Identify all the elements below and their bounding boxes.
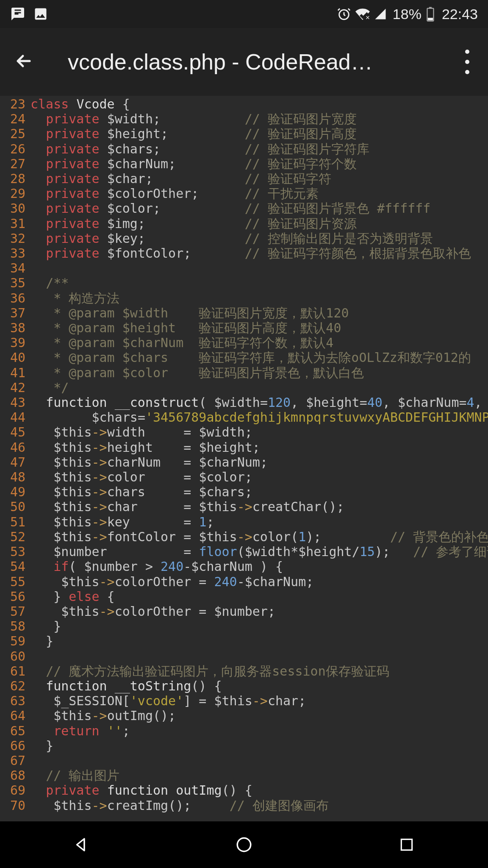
code-line[interactable]: 57 $this->colorOther = $number; <box>0 604 488 619</box>
line-content[interactable]: // 输出图片 <box>30 768 488 783</box>
code-line[interactable]: 37 * @param $width 验证码图片宽度，默认120 <box>0 306 488 320</box>
line-content[interactable]: // 魔术方法输出验证码图片，向服务器session保存验证码 <box>30 664 488 679</box>
code-line[interactable]: 42 */ <box>0 380 488 395</box>
line-content[interactable]: * @param $charNum 验证码字符个数，默认4 <box>30 335 488 350</box>
code-line[interactable]: 43 function __construct( $width=120, $he… <box>0 395 488 410</box>
code-line[interactable]: 49 $this->chars = $chars; <box>0 484 488 499</box>
code-line[interactable]: 56 } else { <box>0 589 488 604</box>
code-line[interactable]: 23class Vcode { <box>0 97 488 111</box>
line-content[interactable]: $this->colorOther = $number; <box>30 604 488 619</box>
code-line[interactable]: 39 * @param $charNum 验证码字符个数，默认4 <box>0 335 488 350</box>
line-content[interactable]: * @param $color 验证码图片背景色，默认白色 <box>30 365 488 380</box>
line-content[interactable]: $this->outImg(); <box>30 708 488 723</box>
code-line[interactable]: 28 private $char; // 验证码字符 <box>0 171 488 186</box>
line-content[interactable]: */ <box>30 380 488 395</box>
line-content[interactable]: private $chars; // 验证码图片字符库 <box>30 142 488 156</box>
code-line[interactable]: 26 private $chars; // 验证码图片字符库 <box>0 142 488 156</box>
line-content[interactable]: private $color; // 验证码图片背景色 #ffffff <box>30 201 488 216</box>
line-content[interactable]: $chars='3456789abcdefghijkmnpqrstuvwxyAB… <box>30 410 488 425</box>
line-content[interactable]: } <box>30 634 488 648</box>
code-line[interactable]: 34 <box>0 261 488 275</box>
line-content[interactable]: function __construct( $width=120, $heigh… <box>30 395 488 410</box>
more-menu-button[interactable] <box>457 46 478 78</box>
line-content[interactable]: private $fontColor; // 验证码字符颜色，根据背景色取补色 <box>30 246 488 261</box>
line-content[interactable]: $number = floor($width*$height/15); // 参… <box>30 544 488 559</box>
line-content[interactable]: $this->color = $color; <box>30 470 488 484</box>
code-line[interactable]: 66 } <box>0 738 488 753</box>
line-content[interactable]: } else { <box>30 589 488 604</box>
code-line[interactable]: 58 } <box>0 619 488 634</box>
code-line[interactable]: 70 $this->creatImg(); // 创建图像画布 <box>0 798 488 813</box>
code-line[interactable]: 69 private function outImg() { <box>0 783 488 798</box>
line-content[interactable]: function __toString() { <box>30 679 488 693</box>
code-line[interactable]: 30 private $color; // 验证码图片背景色 #ffffff <box>0 201 488 216</box>
code-line[interactable]: 40 * @param $chars 验证码字符库，默认为去除oOLlZz和数字… <box>0 350 488 365</box>
code-line[interactable]: 33 private $fontColor; // 验证码字符颜色，根据背景色取… <box>0 246 488 261</box>
code-line[interactable]: 60 <box>0 649 488 664</box>
nav-recent-button[interactable] <box>395 833 419 857</box>
code-line[interactable]: 44 $chars='3456789abcdefghijkmnpqrstuvwx… <box>0 410 488 425</box>
code-line[interactable]: 47 $this->charNum = $charNum; <box>0 455 488 470</box>
code-line[interactable]: 38 * @param $height 验证码图片高度，默认40 <box>0 320 488 335</box>
code-editor[interactable]: 23class Vcode {24 private $width; // 验证码… <box>0 96 488 813</box>
line-content[interactable]: $this->creatImg(); // 创建图像画布 <box>30 798 488 813</box>
line-content[interactable]: } <box>30 738 488 753</box>
line-content[interactable]: * @param $height 验证码图片高度，默认40 <box>30 320 488 335</box>
nav-home-button[interactable] <box>232 833 256 857</box>
code-line[interactable]: 36 * 构造方法 <box>0 291 488 306</box>
code-line[interactable]: 27 private $charNum; // 验证码字符个数 <box>0 156 488 171</box>
line-content[interactable]: private $width; // 验证码图片宽度 <box>30 111 488 126</box>
code-line[interactable]: 51 $this->key = 1; <box>0 515 488 529</box>
code-line[interactable]: 41 * @param $color 验证码图片背景色，默认白色 <box>0 365 488 380</box>
code-line[interactable]: 65 return ''; <box>0 723 488 738</box>
line-content[interactable]: private $char; // 验证码字符 <box>30 171 488 186</box>
code-line[interactable]: 54 if( $number > 240-$charNum ) { <box>0 559 488 574</box>
code-line[interactable]: 29 private $colorOther; // 干扰元素 <box>0 186 488 201</box>
nav-back-button[interactable] <box>69 833 93 857</box>
code-line[interactable]: 59 } <box>0 634 488 648</box>
line-content[interactable]: private $height; // 验证码图片高度 <box>30 126 488 141</box>
line-content[interactable]: /** <box>30 275 488 290</box>
code-line[interactable]: 45 $this->width = $width; <box>0 425 488 440</box>
line-content[interactable]: private $charNum; // 验证码字符个数 <box>30 156 488 171</box>
line-content[interactable]: private function outImg() { <box>30 783 488 798</box>
code-line[interactable]: 63 $_SESSION['vcode'] = $this->char; <box>0 693 488 708</box>
line-content[interactable]: * @param $chars 验证码字符库，默认为去除oOLlZz和数字012… <box>30 350 488 365</box>
code-line[interactable]: 68 // 输出图片 <box>0 768 488 783</box>
line-content[interactable]: class Vcode { <box>30 97 488 111</box>
code-line[interactable]: 32 private $key; // 控制输出图片是否为透明背景 <box>0 231 488 246</box>
code-line[interactable]: 46 $this->height = $height; <box>0 440 488 455</box>
code-line[interactable]: 48 $this->color = $color; <box>0 470 488 484</box>
line-content[interactable]: private $img; // 验证码图片资源 <box>30 216 488 231</box>
line-content[interactable]: * 构造方法 <box>30 291 488 306</box>
line-content[interactable]: private $colorOther; // 干扰元素 <box>30 186 488 201</box>
line-content[interactable]: $this->height = $height; <box>30 440 488 455</box>
line-content[interactable]: $this->width = $width; <box>30 425 488 440</box>
code-line[interactable]: 25 private $height; // 验证码图片高度 <box>0 126 488 141</box>
code-line[interactable]: 67 <box>0 753 488 768</box>
back-button[interactable] <box>10 47 37 76</box>
code-line[interactable]: 53 $number = floor($width*$height/15); /… <box>0 544 488 559</box>
line-number: 42 <box>0 380 30 395</box>
line-content[interactable]: $this->char = $this->creatChar(); <box>30 499 488 514</box>
line-content[interactable]: $this->colorOther = 240-$charNum; <box>30 574 488 589</box>
code-line[interactable]: 55 $this->colorOther = 240-$charNum; <box>0 574 488 589</box>
code-line[interactable]: 31 private $img; // 验证码图片资源 <box>0 216 488 231</box>
code-line[interactable]: 61 // 魔术方法输出验证码图片，向服务器session保存验证码 <box>0 664 488 679</box>
line-content[interactable]: $this->charNum = $charNum; <box>30 455 488 470</box>
code-line[interactable]: 64 $this->outImg(); <box>0 708 488 723</box>
line-content[interactable]: $this->fontColor = $this->color(1); // 背… <box>30 529 488 544</box>
line-content[interactable]: if( $number > 240-$charNum ) { <box>30 559 488 574</box>
line-content[interactable]: } <box>30 619 488 634</box>
line-content[interactable]: $_SESSION['vcode'] = $this->char; <box>30 693 488 708</box>
code-line[interactable]: 35 /** <box>0 275 488 290</box>
code-line[interactable]: 62 function __toString() { <box>0 679 488 693</box>
line-content[interactable]: $this->chars = $chars; <box>30 484 488 499</box>
line-content[interactable]: private $key; // 控制输出图片是否为透明背景 <box>30 231 488 246</box>
code-line[interactable]: 52 $this->fontColor = $this->color(1); /… <box>0 529 488 544</box>
line-content[interactable]: return ''; <box>30 723 488 738</box>
line-content[interactable]: * @param $width 验证码图片宽度，默认120 <box>30 306 488 320</box>
code-line[interactable]: 24 private $width; // 验证码图片宽度 <box>0 111 488 126</box>
code-line[interactable]: 50 $this->char = $this->creatChar(); <box>0 499 488 514</box>
line-content[interactable]: $this->key = 1; <box>30 515 488 529</box>
